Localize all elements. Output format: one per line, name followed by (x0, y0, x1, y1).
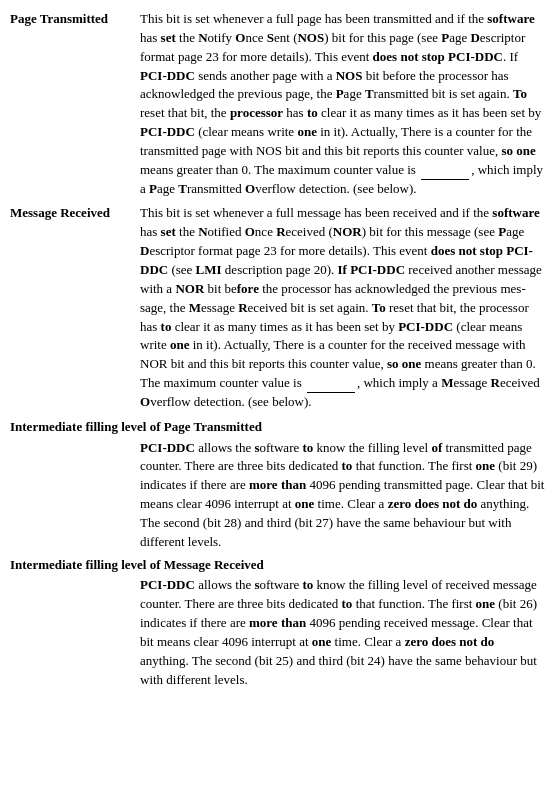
content-intermediate-message: PCI-DDC allows the software to know the … (10, 576, 546, 689)
section-content-page-transmitted: This bit is set whenever a full page has… (140, 10, 546, 198)
blank-message-received (307, 392, 355, 393)
section-intermediate-page: Intermediate filling level of Page Trans… (10, 418, 546, 552)
content-intermediate-page: PCI-DDC allows the software to know the … (10, 439, 546, 552)
section-label-page-transmitted: Page Transmitted (10, 10, 140, 198)
section-intermediate-message: Intermediate filling level of Message Re… (10, 556, 546, 690)
label-intermediate-message: Intermediate filling level of Message Re… (10, 556, 546, 575)
page-content: Page Transmitted This bit is set wheneve… (10, 10, 546, 690)
section-label-message-received: Message Received (10, 204, 140, 411)
section-message-received: Message Received This bit is set wheneve… (10, 204, 546, 411)
label-intermediate-page: Intermediate filling level of Page Trans… (10, 418, 546, 437)
section-page-transmitted: Page Transmitted This bit is set wheneve… (10, 10, 546, 198)
section-content-message-received: This bit is set whenever a full message … (140, 204, 546, 411)
blank-page-transmitted (421, 179, 469, 180)
